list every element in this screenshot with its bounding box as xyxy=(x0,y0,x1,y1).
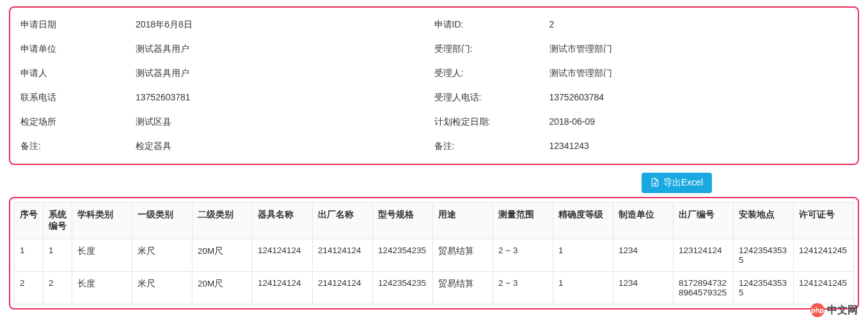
th-usage: 用途 xyxy=(433,203,493,239)
td: 1234 xyxy=(613,272,674,304)
td: 214124124 xyxy=(313,272,373,304)
info-row: 申请日期 2018年6月8日 申请ID: 2 xyxy=(20,19,848,31)
info-cell-left: 申请人 测试器具用户 xyxy=(20,68,434,79)
info-label: 申请单位 xyxy=(20,43,136,55)
th-level2: 二级类别 xyxy=(193,203,253,239)
td: 124124124 xyxy=(253,272,313,304)
td: 长度 xyxy=(72,239,132,272)
th-precision: 精确度等级 xyxy=(553,203,613,239)
info-value: 测试市管理部门 xyxy=(549,68,848,79)
info-label: 联系电话 xyxy=(20,92,136,104)
watermark: php 中文网 xyxy=(810,303,858,316)
td: 2 ~ 3 xyxy=(493,272,553,304)
th-license: 许可证号 xyxy=(794,203,854,239)
info-value: 2 xyxy=(549,19,848,31)
table-header-row: 序号 系统编号 学科类别 一级类别 二级类别 器具名称 出厂名称 型号规格 用途… xyxy=(15,203,854,239)
info-row: 申请单位 测试器具用户 受理部门: 测试市管理部门 xyxy=(20,43,848,55)
td: 1234 xyxy=(613,239,674,272)
info-value: 13752603784 xyxy=(549,92,848,104)
export-label: 导出Excel xyxy=(663,177,703,189)
table-row: 1 1 长度 米尺 20M尺 124124124 214124124 12423… xyxy=(15,239,854,272)
th-name: 器具名称 xyxy=(253,203,313,239)
info-value: 测试区县 xyxy=(136,116,434,128)
info-label: 申请ID: xyxy=(434,19,549,31)
watermark-text: 中文网 xyxy=(827,304,858,317)
th-category: 学科类别 xyxy=(72,203,132,239)
info-label: 计划检定日期: xyxy=(434,116,549,128)
td: 12423543535 xyxy=(734,272,794,304)
info-row: 检定场所 测试区县 计划检定日期: 2018-06-09 xyxy=(20,116,848,128)
td: 81728947328964579325 xyxy=(674,272,734,304)
td: 20M尺 xyxy=(193,239,253,272)
export-icon xyxy=(651,178,659,188)
td: 2 ~ 3 xyxy=(493,239,553,272)
td: 12423543535 xyxy=(734,239,794,272)
td: 1 xyxy=(43,239,72,272)
info-cell-left: 联系电话 13752603781 xyxy=(20,92,434,104)
info-value: 12341243 xyxy=(549,141,848,152)
info-label: 申请人 xyxy=(20,68,136,79)
td: 1242354235 xyxy=(373,272,433,304)
info-value: 测试市管理部门 xyxy=(549,43,848,55)
info-cell-right: 申请ID: 2 xyxy=(434,19,848,31)
td: 20M尺 xyxy=(193,272,253,304)
th-maker: 制造单位 xyxy=(613,203,674,239)
info-cell-left: 申请日期 2018年6月8日 xyxy=(20,19,434,31)
td: 贸易结算 xyxy=(433,272,493,304)
toolbar: 导出Excel xyxy=(9,173,859,193)
info-label: 申请日期 xyxy=(20,19,136,31)
table-panel: 序号 系统编号 学科类别 一级类别 二级类别 器具名称 出厂名称 型号规格 用途… xyxy=(9,197,859,309)
td: 1 xyxy=(15,239,43,272)
th-model: 型号规格 xyxy=(373,203,433,239)
td: 2 xyxy=(15,272,43,304)
td: 2 xyxy=(43,272,72,304)
td: 米尺 xyxy=(132,239,193,272)
info-value: 检定器具 xyxy=(136,141,434,152)
info-row: 联系电话 13752603781 受理人电话: 13752603784 xyxy=(20,92,848,104)
td: 长度 xyxy=(72,272,132,304)
info-value: 测试器具用户 xyxy=(136,43,434,55)
info-cell-right: 受理人: 测试市管理部门 xyxy=(434,68,848,79)
table-row: 2 2 长度 米尺 20M尺 124124124 214124124 12423… xyxy=(15,272,854,304)
info-row: 备注: 检定器具 备注: 12341243 xyxy=(20,141,848,152)
info-cell-left: 申请单位 测试器具用户 xyxy=(20,43,434,55)
info-row: 申请人 测试器具用户 受理人: 测试市管理部门 xyxy=(20,68,848,79)
td: 214124124 xyxy=(313,239,373,272)
info-label: 备注: xyxy=(434,141,549,152)
td: 1241241245 xyxy=(794,272,854,304)
info-cell-left: 备注: 检定器具 xyxy=(20,141,434,152)
td: 米尺 xyxy=(132,272,193,304)
info-panel: 申请日期 2018年6月8日 申请ID: 2 申请单位 测试器具用户 受理部门:… xyxy=(9,6,859,165)
th-serial: 出厂编号 xyxy=(674,203,734,239)
info-cell-right: 备注: 12341243 xyxy=(434,141,848,152)
th-seq: 序号 xyxy=(15,203,43,239)
info-cell-right: 受理人电话: 13752603784 xyxy=(434,92,848,104)
info-label: 受理人: xyxy=(434,68,549,79)
info-value: 13752603781 xyxy=(136,92,434,104)
info-cell-right: 受理部门: 测试市管理部门 xyxy=(434,43,848,55)
info-label: 受理部门: xyxy=(434,43,549,55)
td: 123124124 xyxy=(674,239,734,272)
th-sys: 系统编号 xyxy=(43,203,72,239)
info-cell-left: 检定场所 测试区县 xyxy=(20,116,434,128)
info-cell-right: 计划检定日期: 2018-06-09 xyxy=(434,116,848,128)
data-table: 序号 系统编号 学科类别 一级类别 二级类别 器具名称 出厂名称 型号规格 用途… xyxy=(14,202,854,304)
td: 贸易结算 xyxy=(433,239,493,272)
info-label: 检定场所 xyxy=(20,116,136,128)
info-value: 2018-06-09 xyxy=(549,116,848,128)
td: 124124124 xyxy=(253,239,313,272)
export-excel-button[interactable]: 导出Excel xyxy=(642,173,712,193)
th-factory: 出厂名称 xyxy=(313,203,373,239)
php-logo-icon: php xyxy=(810,303,825,316)
td: 1 xyxy=(553,239,613,272)
th-range: 测量范围 xyxy=(493,203,553,239)
info-label: 受理人电话: xyxy=(434,92,549,104)
th-level1: 一级类别 xyxy=(132,203,193,239)
info-value: 测试器具用户 xyxy=(136,68,434,79)
td: 1 xyxy=(553,272,613,304)
info-label: 备注: xyxy=(20,141,136,152)
td: 1241241245 xyxy=(794,239,854,272)
info-value: 2018年6月8日 xyxy=(136,19,434,31)
th-location: 安装地点 xyxy=(734,203,794,239)
td: 1242354235 xyxy=(373,239,433,272)
